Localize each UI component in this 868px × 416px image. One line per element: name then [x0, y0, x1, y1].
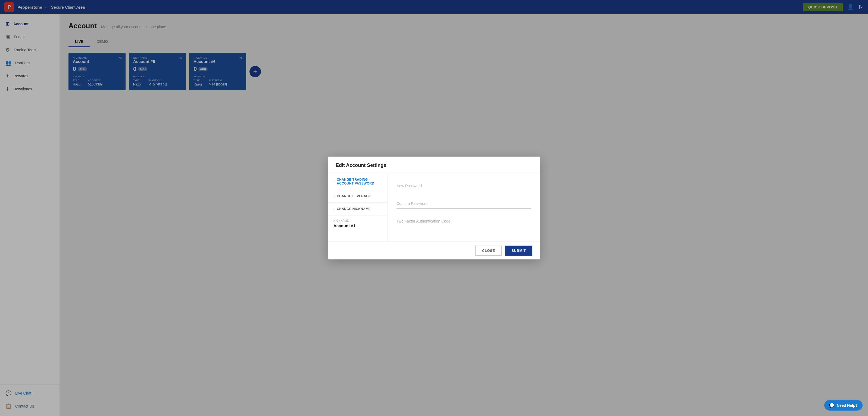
chevron-right-icon-2: ›: [334, 194, 335, 198]
modal-menu-change-leverage[interactable]: › CHANGE LEVERAGE: [328, 190, 388, 203]
modal-footer: CLOSE SUBMIT: [328, 242, 540, 259]
modal-menu-change-password[interactable]: › CHANGE TRADING ACCOUNT PASSWORD: [328, 173, 388, 190]
confirm-password-group: [397, 199, 531, 209]
edit-account-modal: Edit Account Settings › CHANGE TRADING A…: [328, 157, 540, 259]
modal-nickname-section-label: NICKNAME: [334, 219, 382, 222]
new-password-input[interactable]: [397, 181, 531, 191]
two-factor-input[interactable]: [397, 216, 531, 226]
modal-nickname-section: NICKNAME Account #1: [328, 215, 388, 232]
modal-body: › CHANGE TRADING ACCOUNT PASSWORD › CHAN…: [328, 173, 540, 242]
chevron-right-icon-3: ›: [334, 207, 335, 211]
confirm-password-input[interactable]: [397, 199, 531, 209]
modal-menu-change-nickname[interactable]: › CHANGE NICKNAME: [328, 203, 388, 215]
modal-header: Edit Account Settings: [328, 157, 540, 173]
modal-sidebar: › CHANGE TRADING ACCOUNT PASSWORD › CHAN…: [328, 173, 388, 242]
new-password-group: [397, 181, 531, 191]
modal-content-area: [388, 173, 540, 242]
modal-menu-change-leverage-label: CHANGE LEVERAGE: [337, 194, 371, 198]
submit-button[interactable]: SUBMIT: [505, 246, 532, 255]
modal-menu-change-password-label: CHANGE TRADING ACCOUNT PASSWORD: [337, 178, 382, 185]
modal-title: Edit Account Settings: [336, 163, 532, 168]
chevron-right-icon: ›: [334, 180, 335, 183]
modal-nickname-section-value: Account #1: [334, 223, 382, 228]
chat-bubble-icon: 💬: [829, 403, 835, 408]
modal-menu-change-nickname-label: CHANGE NICKNAME: [337, 207, 371, 211]
two-factor-group: [397, 216, 531, 226]
need-help-label: Need Help?: [837, 403, 858, 408]
modal-overlay: Edit Account Settings › CHANGE TRADING A…: [0, 0, 868, 416]
need-help-button[interactable]: 💬 Need Help?: [824, 400, 863, 411]
close-button[interactable]: CLOSE: [475, 246, 502, 255]
